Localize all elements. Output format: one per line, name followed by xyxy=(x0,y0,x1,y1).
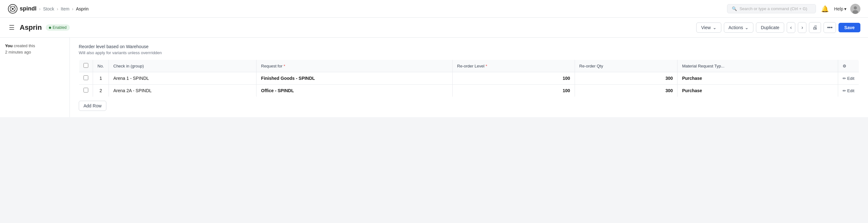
duplicate-button[interactable]: Duplicate xyxy=(756,23,784,33)
duplicate-label: Duplicate xyxy=(761,25,779,30)
breadcrumb-stock[interactable]: Stock xyxy=(43,6,54,11)
search-placeholder: Search or type a command (Ctrl + G) xyxy=(739,6,807,11)
view-button[interactable]: View ⌄ xyxy=(696,23,721,33)
activity-user: You xyxy=(5,43,13,48)
save-button[interactable]: Save xyxy=(838,23,860,32)
avatar[interactable] xyxy=(850,4,860,14)
logo-text: spindl xyxy=(20,5,36,12)
activity-text: You created this 2 minutes ago xyxy=(5,43,64,55)
td-checkbox-1 xyxy=(79,72,93,84)
th-no: No. xyxy=(93,60,109,72)
th-settings[interactable]: ⚙ xyxy=(838,60,859,72)
view-chevron-icon: ⌄ xyxy=(713,25,717,30)
edit-pencil-icon-1: ✏ xyxy=(843,76,846,81)
td-edit-2: ✏ Edit xyxy=(838,84,859,97)
nav-left: spindl › Stock › Item › Asprin xyxy=(8,4,89,14)
svg-point-2 xyxy=(12,8,14,10)
table-header-row: No. Check in (group) Request for * Re-or… xyxy=(79,60,859,72)
help-chevron-icon: ▾ xyxy=(844,6,846,11)
td-check-in-group-2: Arena 2A - SPINDL xyxy=(109,84,256,97)
table-row: 2 Arena 2A - SPINDL Office - SPINDL 100 … xyxy=(79,84,859,97)
required-star-request: * xyxy=(283,64,285,68)
top-navigation: spindl › Stock › Item › Asprin 🔍 Search … xyxy=(0,0,868,18)
main-area: You created this 2 minutes ago Reorder l… xyxy=(0,38,868,117)
td-edit-1: ✏ Edit xyxy=(838,72,859,84)
breadcrumb-sep-1: › xyxy=(39,6,41,11)
prev-icon: ‹ xyxy=(790,25,792,30)
td-request-for-2-value: Office - SPINDL xyxy=(261,88,294,93)
next-button[interactable]: › xyxy=(798,22,806,33)
td-reorder-level-1: 100 xyxy=(453,72,575,84)
search-icon: 🔍 xyxy=(732,6,737,11)
section-label: Reorder level based on Warehouse xyxy=(79,44,859,49)
content-area: Reorder level based on Warehouse Will al… xyxy=(70,38,868,117)
th-check-in-group: Check in (group) xyxy=(109,60,256,72)
th-request-for: Request for * xyxy=(256,60,453,72)
actions-label: Actions xyxy=(728,25,743,30)
required-star-reorder: * xyxy=(486,64,487,68)
status-badge: Enabled xyxy=(46,25,70,31)
td-reorder-qty-2: 300 xyxy=(575,84,678,97)
td-request-for-1-value: Finished Goods - SPINDL xyxy=(261,76,315,81)
edit-button-2[interactable]: ✏ Edit xyxy=(843,88,854,93)
td-material-type-1: Purchase xyxy=(678,72,838,84)
help-button[interactable]: Help ▾ xyxy=(834,6,846,11)
row-1-checkbox[interactable] xyxy=(84,75,88,80)
actions-chevron-icon: ⌄ xyxy=(745,25,749,30)
td-reorder-level-2: 100 xyxy=(453,84,575,97)
th-material-request-type: Material Request Typ... xyxy=(678,60,838,72)
sidebar-activity: You created this 2 minutes ago xyxy=(0,38,70,117)
prev-button[interactable]: ‹ xyxy=(787,22,795,33)
search-bar[interactable]: 🔍 Search or type a command (Ctrl + G) xyxy=(727,4,816,13)
th-reorder-qty: Re-order Qty xyxy=(575,60,678,72)
td-material-type-2: Purchase xyxy=(678,84,838,97)
help-label: Help xyxy=(834,6,843,11)
td-no-1: 1 xyxy=(93,72,109,84)
badge-label: Enabled xyxy=(53,25,67,30)
page-header: ☰ Asprin Enabled View ⌄ Actions ⌄ Duplic… xyxy=(0,18,868,38)
select-all-checkbox[interactable] xyxy=(84,63,88,68)
logo[interactable]: spindl xyxy=(8,4,36,14)
th-reorder-level: Re-order Level * xyxy=(453,60,575,72)
svg-point-8 xyxy=(854,6,857,9)
add-row-button[interactable]: Add Row xyxy=(79,101,106,111)
view-label: View xyxy=(701,25,711,30)
svg-point-9 xyxy=(852,10,858,14)
td-no-2: 2 xyxy=(93,84,109,97)
badge-dot xyxy=(49,27,51,29)
actions-button[interactable]: Actions ⌄ xyxy=(724,23,754,33)
td-checkbox-2 xyxy=(79,84,93,97)
section-sublabel: Will also apply for variants unless over… xyxy=(79,50,859,55)
table-row: 1 Arena 1 - SPINDL Finished Goods - SPIN… xyxy=(79,72,859,84)
notification-button[interactable]: 🔔 xyxy=(820,4,830,14)
td-check-in-group-1: Arena 1 - SPINDL xyxy=(109,72,256,84)
page-header-left: ☰ Asprin Enabled xyxy=(8,23,70,33)
edit-pencil-icon-2: ✏ xyxy=(843,88,846,93)
reorder-table: No. Check in (group) Request for * Re-or… xyxy=(79,60,859,97)
print-icon: 🖨 xyxy=(812,25,817,30)
breadcrumb-sep-3: › xyxy=(72,6,74,11)
td-reorder-qty-1: 300 xyxy=(575,72,678,84)
hamburger-button[interactable]: ☰ xyxy=(8,23,16,33)
edit-button-1[interactable]: ✏ Edit xyxy=(843,76,854,81)
page-header-right: View ⌄ Actions ⌄ Duplicate ‹ › 🖨 ••• Sav… xyxy=(696,22,860,33)
row-2-checkbox[interactable] xyxy=(84,88,88,92)
td-request-for-2: Office - SPINDL xyxy=(256,84,453,97)
next-icon: › xyxy=(801,25,803,30)
th-checkbox xyxy=(79,60,93,72)
nav-right: 🔍 Search or type a command (Ctrl + G) 🔔 … xyxy=(727,4,860,14)
activity-time: 2 minutes ago xyxy=(5,50,31,54)
more-button[interactable]: ••• xyxy=(824,22,836,33)
activity-created: created this xyxy=(13,43,35,48)
print-button[interactable]: 🖨 xyxy=(809,22,821,33)
page-title: Asprin xyxy=(20,24,42,32)
breadcrumb-item[interactable]: Item xyxy=(61,6,69,11)
breadcrumb-current: Asprin xyxy=(76,6,89,11)
more-icon: ••• xyxy=(827,25,832,30)
breadcrumb-sep-2: › xyxy=(57,6,58,11)
td-request-for-1: Finished Goods - SPINDL xyxy=(256,72,453,84)
